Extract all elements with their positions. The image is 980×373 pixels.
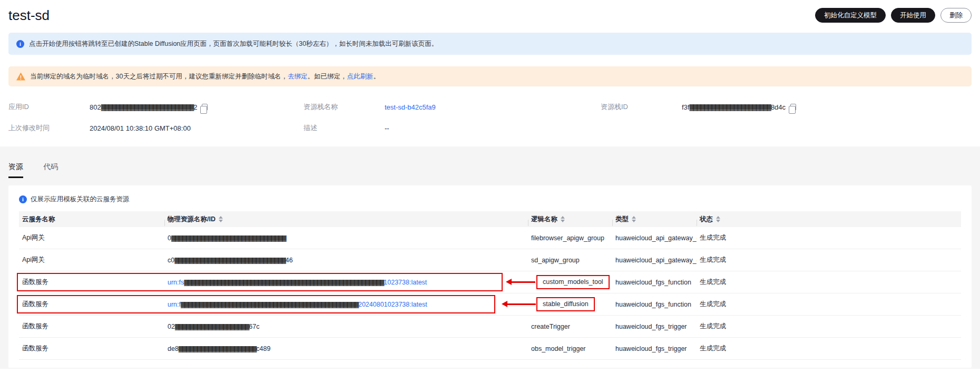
- content-section: 资源 代码 仅展示应用模板关联的云服务资源 云服务名称 物理资源名称/ID 逻辑…: [0, 146, 980, 369]
- sort-icon[interactable]: [561, 216, 565, 222]
- service-cell: 函数服务: [19, 278, 164, 287]
- physical-id-cell: 02▓▓▓▓▓▓▓▓▓▓▓▓▓▓▓▓▓▓▓▓67c: [164, 323, 528, 330]
- redacted-text: ▓▓▓▓▓▓▓▓▓▓▓▓▓▓▓▓▓▓▓▓▓▓▓▓▓▓▓▓▓▓▓: [171, 235, 286, 241]
- redacted-text: ▓▓▓▓▓▓▓▓▓▓▓▓▓▓▓▓▓▓▓▓▓: [179, 346, 256, 352]
- info-icon: [16, 40, 24, 48]
- stack-name-label: 资源栈名称: [303, 102, 385, 112]
- stack-name-link[interactable]: test-sd-b42c5fa9: [385, 103, 436, 111]
- resources-note: 仅展示应用模板关联的云服务资源: [19, 195, 961, 204]
- sort-icon[interactable]: [716, 216, 720, 222]
- service-cell: 函数服务: [19, 300, 164, 309]
- type-cell: huaweicloud_fgs_trigger: [612, 345, 697, 352]
- modified-time-field: 上次修改时间 2024/08/01 10:38:10 GMT+08:00: [8, 123, 303, 133]
- modified-time-label: 上次修改时间: [8, 123, 90, 133]
- stack-id-label: 资源栈ID: [601, 102, 682, 112]
- info-banner: 点击开始使用按钮将跳转至已创建的Stable Diffusion应用页面，页面首…: [8, 33, 972, 55]
- service-cell: Api网关: [19, 233, 164, 242]
- delete-button[interactable]: 删除: [940, 8, 972, 23]
- app-details: 应用ID 802▓▓▓▓▓▓▓▓▓▓▓▓▓▓▓▓▓▓▓▓▓▓▓▓▓2 资源栈名称…: [0, 86, 980, 133]
- description-value: --: [385, 124, 389, 132]
- tab-code[interactable]: 代码: [43, 162, 58, 178]
- column-logical: 逻辑名称: [528, 215, 612, 224]
- info-icon: [19, 195, 27, 203]
- redacted-text: ▓▓▓▓▓▓▓▓▓▓▓▓▓▓▓▓▓▓▓▓▓▓▓▓▓▓▓▓▓▓: [174, 257, 286, 263]
- service-cell: Api网关: [19, 256, 164, 264]
- resources-note-text: 仅展示应用模板关联的云服务资源: [31, 195, 130, 204]
- logical-name-cell: obs_model_trigger: [528, 345, 612, 352]
- status-cell: 生成完成: [697, 256, 961, 264]
- function-urn-link[interactable]: urn:f▓▓▓▓▓▓▓▓▓▓▓▓▓▓▓▓▓▓▓▓▓▓▓▓▓▓▓▓▓▓▓▓▓▓▓…: [168, 301, 427, 308]
- physical-id-cell: 0▓▓▓▓▓▓▓▓▓▓▓▓▓▓▓▓▓▓▓▓▓▓▓▓▓▓▓▓▓▓▓: [164, 234, 528, 242]
- sort-icon[interactable]: [632, 216, 636, 222]
- status-cell: 生成完成: [697, 300, 961, 309]
- warning-banner-text: 当前绑定的域名为临时域名，30天之后将过期不可用，建议您重新绑定并删除临时域名，…: [30, 72, 380, 81]
- column-physical: 物理资源名称/ID: [164, 215, 528, 224]
- status-cell: 生成完成: [697, 344, 961, 353]
- function-urn-link[interactable]: urn:fs▓▓▓▓▓▓▓▓▓▓▓▓▓▓▓▓▓▓▓▓▓▓▓▓▓▓▓▓▓▓▓▓▓▓…: [168, 279, 427, 286]
- app-id-redacted: ▓▓▓▓▓▓▓▓▓▓▓▓▓▓▓▓▓▓▓▓▓▓▓▓▓: [101, 104, 193, 111]
- service-cell: 函数服务: [19, 344, 164, 353]
- stack-id-value: f3f▓▓▓▓▓▓▓▓▓▓▓▓▓▓▓▓▓▓▓▓▓▓8d4c: [682, 103, 796, 111]
- column-type: 类型: [612, 215, 697, 224]
- bind-domain-link[interactable]: 去绑定: [288, 73, 308, 80]
- table-row: Api网关 0▓▓▓▓▓▓▓▓▓▓▓▓▓▓▓▓▓▓▓▓▓▓▓▓▓▓▓▓▓▓▓ f…: [19, 227, 961, 249]
- redacted-text: ▓▓▓▓▓▓▓▓▓▓▓▓▓▓▓▓▓▓▓▓▓▓▓▓▓▓▓▓▓▓▓▓▓▓▓▓▓▓▓▓…: [181, 301, 358, 308]
- description-field: 描述 --: [303, 123, 601, 133]
- modified-time-value: 2024/08/01 10:38:10 GMT+08:00: [90, 124, 191, 132]
- table-row: 函数服务 02▓▓▓▓▓▓▓▓▓▓▓▓▓▓▓▓▓▓▓▓67c createTri…: [19, 316, 961, 338]
- tabs: 资源 代码: [8, 146, 972, 178]
- type-cell: huaweicloud_fgs_trigger: [612, 323, 697, 330]
- page-title: test-sd: [8, 6, 50, 24]
- type-cell: huaweicloud_api_gateway_group: [612, 234, 697, 242]
- physical-id-cell: urn:fs▓▓▓▓▓▓▓▓▓▓▓▓▓▓▓▓▓▓▓▓▓▓▓▓▓▓▓▓▓▓▓▓▓▓…: [164, 279, 528, 286]
- table-header: 云服务名称 物理资源名称/ID 逻辑名称 类型 状态: [19, 211, 961, 227]
- warning-text-after: 。: [373, 73, 380, 80]
- logical-name-cell: stable_diffusion: [528, 297, 612, 311]
- warning-banner: 当前绑定的域名为临时域名，30天之后将过期不可用，建议您重新绑定并删除临时域名，…: [8, 66, 972, 86]
- logical-name-cell: createTrigger: [528, 323, 612, 330]
- start-use-button[interactable]: 开始使用: [891, 8, 935, 23]
- status-cell: 生成完成: [697, 233, 961, 242]
- stack-id-redacted: ▓▓▓▓▓▓▓▓▓▓▓▓▓▓▓▓▓▓▓▓▓▓: [689, 104, 770, 111]
- stack-name-field: 资源栈名称 test-sd-b42c5fa9: [303, 102, 601, 112]
- copy-icon[interactable]: [790, 104, 796, 111]
- init-custom-model-button[interactable]: 初始化自定义模型: [815, 8, 886, 23]
- type-cell: huaweicloud_fgs_function: [612, 301, 697, 308]
- stack-id-prefix: f3f: [682, 103, 689, 111]
- warning-text-before: 当前绑定的域名为临时域名，30天之后将过期不可用，建议您重新绑定并删除临时域名，: [30, 73, 288, 80]
- column-status: 状态: [697, 215, 961, 224]
- resources-table: 云服务名称 物理资源名称/ID 逻辑名称 类型 状态 Api网关 0▓▓▓▓▓▓…: [19, 211, 961, 360]
- column-service: 云服务名称: [19, 215, 164, 224]
- page-header: test-sd 初始化自定义模型 开始使用 删除: [0, 0, 980, 24]
- tab-resources[interactable]: 资源: [8, 162, 23, 178]
- annotation-label-box: custom_models_tool: [536, 275, 610, 289]
- table-row: 函数服务 urn:f▓▓▓▓▓▓▓▓▓▓▓▓▓▓▓▓▓▓▓▓▓▓▓▓▓▓▓▓▓▓…: [19, 293, 961, 316]
- header-actions: 初始化自定义模型 开始使用 删除: [815, 8, 972, 23]
- physical-id-cell: de8▓▓▓▓▓▓▓▓▓▓▓▓▓▓▓▓▓▓▓▓▓c489: [164, 345, 528, 352]
- logical-name-cell: sd_apigw_group: [528, 257, 612, 264]
- table-row: 函数服务 de8▓▓▓▓▓▓▓▓▓▓▓▓▓▓▓▓▓▓▓▓▓c489 obs_mo…: [19, 338, 961, 360]
- redacted-text: ▓▓▓▓▓▓▓▓▓▓▓▓▓▓▓▓▓▓▓▓: [175, 323, 249, 330]
- logical-name-cell: custom_models_tool: [528, 275, 612, 289]
- copy-icon[interactable]: [202, 104, 208, 111]
- service-cell: 函数服务: [19, 322, 164, 331]
- status-cell: 生成完成: [697, 322, 961, 331]
- logical-name-cell: filebrowser_apigw_group: [528, 234, 612, 242]
- app-id-value: 802▓▓▓▓▓▓▓▓▓▓▓▓▓▓▓▓▓▓▓▓▓▓▓▓▓2: [90, 103, 208, 111]
- physical-id-cell: c0▓▓▓▓▓▓▓▓▓▓▓▓▓▓▓▓▓▓▓▓▓▓▓▓▓▓▓▓▓▓46: [164, 257, 528, 264]
- warning-text-middle: 。如已绑定，: [307, 73, 347, 80]
- warning-icon: [16, 73, 25, 81]
- app-id-field: 应用ID 802▓▓▓▓▓▓▓▓▓▓▓▓▓▓▓▓▓▓▓▓▓▓▓▓▓2: [8, 102, 303, 112]
- annotation-arrow-icon: [507, 303, 536, 305]
- type-cell: huaweicloud_fgs_function: [612, 279, 697, 286]
- type-cell: huaweicloud_api_gateway_group: [612, 257, 697, 264]
- redacted-text: ▓▓▓▓▓▓▓▓▓▓▓▓▓▓▓▓▓▓▓▓▓▓▓▓▓▓▓▓▓▓▓▓▓▓▓▓▓▓▓▓…: [184, 279, 384, 286]
- sort-icon[interactable]: [219, 216, 223, 222]
- description-label: 描述: [303, 123, 385, 133]
- stack-id-field: 资源栈ID f3f▓▓▓▓▓▓▓▓▓▓▓▓▓▓▓▓▓▓▓▓▓▓8d4c: [601, 102, 972, 112]
- annotation-arrow-icon: [511, 281, 535, 283]
- refresh-link[interactable]: 点此刷新: [347, 73, 373, 80]
- annotation-label-box: stable_diffusion: [536, 297, 595, 311]
- physical-id-cell: urn:f▓▓▓▓▓▓▓▓▓▓▓▓▓▓▓▓▓▓▓▓▓▓▓▓▓▓▓▓▓▓▓▓▓▓▓…: [164, 301, 528, 308]
- table-row: Api网关 c0▓▓▓▓▓▓▓▓▓▓▓▓▓▓▓▓▓▓▓▓▓▓▓▓▓▓▓▓▓▓46…: [19, 249, 961, 271]
